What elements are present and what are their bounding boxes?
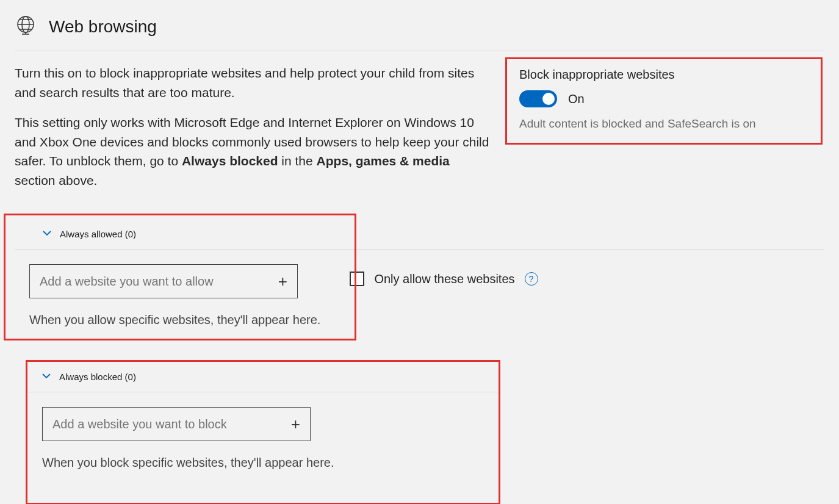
desc-p2-b2: Apps, games & media	[317, 154, 450, 168]
always-blocked-label: Always blocked (0)	[59, 372, 136, 382]
only-allow-row: Only allow these websites ?	[350, 272, 810, 286]
allowed-hint: When you allow specific websites, they'l…	[29, 313, 320, 327]
web-browsing-settings: Web browsing Turn this on to block inapp…	[0, 0, 839, 504]
block-toggle-switch[interactable]	[519, 90, 557, 107]
allowed-body-row: + When you allow specific websites, they…	[15, 250, 824, 342]
section-header: Web browsing	[15, 15, 824, 51]
desc-p2-mid: in the	[278, 154, 317, 168]
top-row: Turn this on to block inappropriate webs…	[15, 63, 824, 201]
always-allowed-header[interactable]: Always allowed (0)	[15, 219, 824, 250]
allow-website-input[interactable]	[40, 275, 273, 289]
chevron-down-icon	[41, 228, 52, 240]
always-blocked-section: Always blocked (0) + When you block spec…	[15, 360, 824, 504]
toggle-row: On	[519, 90, 808, 107]
blocked-body-left: + When you block specific websites, they…	[27, 392, 499, 484]
blocked-highlight-box: Always blocked (0) + When you block spec…	[26, 360, 500, 504]
chevron-down-icon	[41, 370, 52, 383]
always-allowed-section: Always allowed (0) + When you allow spec…	[15, 219, 824, 342]
block-toggle-card: Block inappropriate websites On Adult co…	[505, 57, 823, 145]
toggle-panel: Block inappropriate websites On Adult co…	[505, 63, 823, 201]
page-title: Web browsing	[49, 17, 157, 37]
only-allow-checkbox[interactable]	[350, 272, 364, 286]
allow-input-wrap[interactable]: +	[29, 264, 298, 298]
allowed-body-right: Only allow these websites ?	[335, 250, 824, 342]
description-p1: Turn this on to block inappropriate webs…	[15, 63, 491, 102]
plus-icon[interactable]: +	[286, 415, 300, 434]
desc-p2-post: section above.	[15, 173, 97, 187]
toggle-title: Block inappropriate websites	[519, 68, 808, 82]
toggle-state: On	[568, 92, 585, 106]
always-allowed-label: Always allowed (0)	[60, 229, 136, 239]
block-input-wrap[interactable]: +	[42, 407, 311, 441]
description-block: Turn this on to block inappropriate webs…	[15, 63, 491, 201]
desc-p2-b1: Always blocked	[182, 154, 278, 168]
toggle-description: Adult content is blocked and SafeSearch …	[519, 117, 808, 131]
only-allow-label: Only allow these websites	[374, 272, 514, 286]
toggle-knob	[542, 93, 555, 105]
plus-icon[interactable]: +	[273, 272, 287, 291]
description-p2: This setting only works with Microsoft E…	[15, 113, 491, 190]
allowed-body-left: + When you allow specific websites, they…	[15, 250, 335, 342]
always-blocked-header[interactable]: Always blocked (0)	[27, 362, 499, 392]
help-icon[interactable]: ?	[525, 272, 538, 286]
globe-icon	[15, 15, 37, 38]
block-website-input[interactable]	[52, 417, 286, 431]
blocked-hint: When you block specific websites, they'l…	[42, 456, 484, 470]
